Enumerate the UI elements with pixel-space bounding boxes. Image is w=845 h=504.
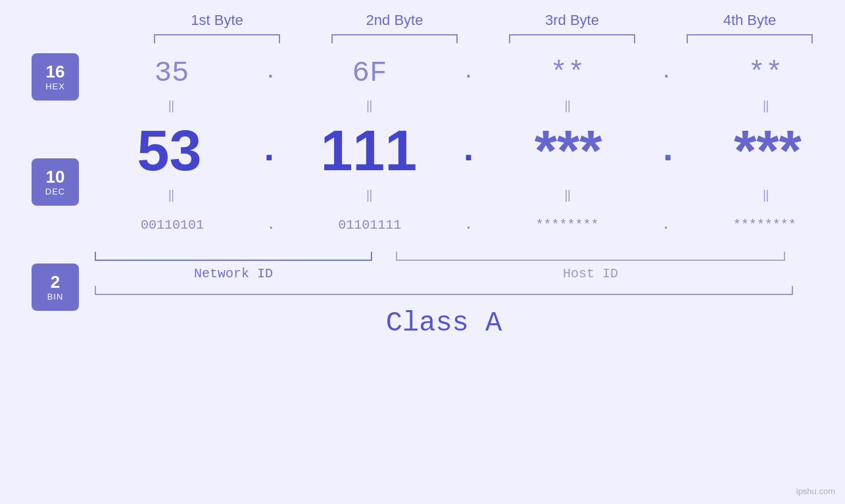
content-area: 16 HEX 10 DEC 2 BIN 35 . 6F . **	[0, 48, 845, 339]
host-id-bracket-container: Host ID	[393, 250, 788, 281]
hex-byte-4: **	[700, 57, 831, 89]
equals-row-2: ‖ ‖ ‖ ‖	[92, 187, 845, 204]
dec-dot-3: .	[657, 133, 679, 169]
bin-dot-3: .	[662, 218, 670, 233]
bin-dot-1: .	[267, 218, 275, 233]
eq2-b3: ‖	[502, 188, 633, 202]
hex-badge: 16 HEX	[32, 53, 79, 101]
byte-label-4: 4th Byte	[677, 12, 822, 29]
eq2-b4: ‖	[700, 188, 832, 202]
network-id-bracket-container: Network ID	[92, 250, 375, 281]
hex-row: 35 . 6F . ** . **	[92, 48, 845, 97]
badge-column: 16 HEX 10 DEC 2 BIN	[0, 48, 79, 339]
bin-badge-label: BIN	[47, 292, 64, 302]
bin-byte-1: 00110101	[107, 218, 238, 233]
hex-byte-3: **	[502, 57, 633, 89]
byte-label-1: 1st Byte	[145, 12, 289, 29]
dec-badge-number: 10	[46, 168, 65, 187]
hex-badge-label: HEX	[45, 81, 65, 91]
bin-byte-3: ********	[502, 218, 633, 233]
eq2-b1: ‖	[105, 188, 237, 202]
eq1-b4: ‖	[700, 99, 832, 113]
dec-byte-1: 53	[104, 122, 235, 179]
bin-badge: 2 BIN	[32, 263, 79, 311]
hex-dot-1: .	[265, 62, 276, 83]
hex-badge-number: 16	[46, 62, 65, 81]
dec-byte-3: ***	[502, 122, 634, 179]
dec-dot-2: .	[458, 133, 479, 169]
host-id-label: Host ID	[393, 266, 788, 281]
network-id-label: Network ID	[92, 266, 375, 281]
outer-bottom-bracket	[92, 285, 796, 296]
top-bracket-2	[329, 32, 460, 45]
hex-dot-3: .	[661, 62, 672, 83]
host-id-bracket	[393, 250, 788, 263]
values-column: 35 . 6F . ** . ** ‖ ‖ ‖ ‖ 53 .	[92, 48, 845, 339]
top-brackets	[128, 32, 838, 45]
dec-badge-label: DEC	[45, 187, 65, 196]
equals-row-1: ‖ ‖ ‖ ‖	[92, 97, 845, 114]
hex-dot-2: .	[463, 62, 474, 83]
eq2-b2: ‖	[304, 188, 435, 202]
top-bracket-3	[506, 32, 638, 45]
eq1-b3: ‖	[502, 99, 633, 113]
eq1-b1: ‖	[105, 99, 237, 113]
bottom-brackets-row: Network ID Host ID	[92, 250, 845, 281]
bin-byte-2: 01101111	[304, 218, 435, 233]
outer-bracket-container	[92, 285, 845, 300]
dec-byte-4: ***	[702, 122, 833, 179]
dec-badge: 10 DEC	[32, 158, 79, 206]
hex-byte-2: 6F	[304, 57, 435, 89]
bin-badge-number: 2	[51, 273, 60, 292]
main-page: 1st Byte 2nd Byte 3rd Byte 4th Byte 16 H…	[0, 0, 845, 504]
watermark: ipshu.com	[796, 486, 835, 496]
bin-byte-4: ********	[699, 218, 831, 233]
bin-row: 00110101 . 01101111 . ******** . *******…	[92, 204, 845, 246]
dec-row: 53 . 111 . *** . ***	[92, 114, 845, 187]
top-bracket-4	[684, 32, 815, 45]
dec-byte-2: 111	[303, 122, 435, 179]
class-label: Class A	[92, 308, 796, 339]
dec-dot-1: .	[258, 133, 280, 169]
eq1-b2: ‖	[304, 99, 435, 113]
network-id-bracket	[92, 250, 375, 263]
byte-label-2: 2nd Byte	[322, 12, 467, 29]
byte-labels-row: 1st Byte 2nd Byte 3rd Byte 4th Byte	[128, 0, 838, 29]
top-bracket-1	[151, 32, 283, 45]
bin-dot-2: .	[464, 218, 472, 233]
hex-byte-1: 35	[106, 57, 237, 89]
byte-label-3: 3rd Byte	[500, 12, 644, 29]
